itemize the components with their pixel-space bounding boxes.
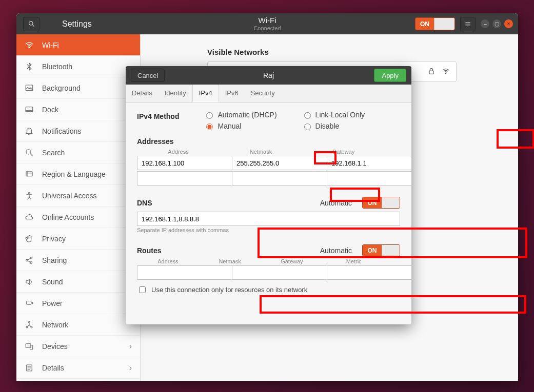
- page-title: Wi-Fi: [259, 16, 276, 25]
- radio-automatic[interactable]: Automatic (DHCP): [204, 111, 276, 119]
- svg-rect-5: [26, 110, 33, 111]
- chevron-right-icon: ›: [129, 342, 132, 351]
- devices-icon: [25, 342, 34, 351]
- sidebar-item-globe[interactable]: Region & Language: [16, 163, 140, 185]
- lock-icon: [427, 67, 436, 77]
- dock-icon: [25, 105, 34, 114]
- sidebar-item-label: Search: [42, 149, 65, 157]
- address-input[interactable]: [137, 171, 232, 185]
- dns-automatic-toggle[interactable]: ON: [362, 197, 400, 209]
- hamburger-icon: [464, 20, 471, 28]
- netmask-input[interactable]: [232, 156, 327, 170]
- address-row: ×: [137, 156, 400, 170]
- radio-linklocal-label: Link-Local Only: [315, 111, 365, 119]
- hamburger-menu-button[interactable]: [460, 17, 476, 31]
- route-netmask-input[interactable]: [232, 265, 327, 280]
- ipv4-method-label: IPv4 Method: [137, 112, 179, 127]
- route-gateway-input[interactable]: [327, 265, 411, 280]
- sidebar-item-devices[interactable]: Devices›: [16, 336, 140, 357]
- dialog-tabs: DetailsIdentityIPv4IPv6Security: [126, 85, 411, 103]
- col-netmask: Netmask: [220, 149, 302, 155]
- titlebar-search-button[interactable]: [23, 17, 39, 31]
- rcol-netmask: Netmask: [199, 258, 261, 264]
- background-icon: [25, 84, 34, 93]
- gateway-input[interactable]: [327, 171, 411, 185]
- svg-point-6: [26, 150, 31, 154]
- tab-ipv4[interactable]: IPv4: [192, 85, 219, 102]
- sidebar-item-share[interactable]: Sharing: [16, 250, 140, 271]
- rcol-gateway: Gateway: [261, 258, 323, 264]
- sidebar-item-access[interactable]: Universal Access: [16, 185, 140, 207]
- connection-editor-dialog: Cancel Raj Apply DetailsIdentityIPv4IPv6…: [126, 66, 411, 324]
- sidebar-item-hand[interactable]: Privacy: [16, 228, 140, 250]
- rcol-metric: Metric: [323, 258, 385, 264]
- network-icon: [25, 320, 34, 329]
- netmask-input[interactable]: [232, 171, 327, 185]
- sidebar-item-label: Universal Access: [42, 192, 97, 200]
- rcol-address: Address: [137, 258, 199, 264]
- sidebar-item-label: Details: [42, 364, 64, 372]
- col-gateway: Gateway: [302, 149, 385, 155]
- addresses-columns: Address Netmask Gateway: [137, 149, 400, 155]
- sidebar-item-label: Notifications: [42, 127, 81, 135]
- dns-servers-input[interactable]: [137, 212, 400, 226]
- sidebar-item-background[interactable]: Background: [16, 77, 140, 99]
- routes-automatic-label: Automatic: [320, 246, 352, 255]
- routes-toggle-label: ON: [363, 245, 382, 256]
- sidebar-item-bell[interactable]: Notifications: [16, 120, 140, 142]
- sidebar-item-dock[interactable]: Dock: [16, 99, 140, 120]
- sidebar-item-label: Wi-Fi: [42, 41, 59, 49]
- dns-automatic-label: Automatic: [320, 199, 352, 207]
- address-input[interactable]: [137, 156, 232, 170]
- gateway-input[interactable]: [327, 156, 411, 170]
- window-close-button[interactable]: ×: [504, 19, 513, 28]
- sidebar-item-bluetooth[interactable]: Bluetooth: [16, 56, 140, 77]
- chevron-right-icon: ›: [129, 363, 132, 373]
- svg-point-2: [29, 47, 30, 48]
- sidebar-item-search[interactable]: Search: [16, 142, 140, 163]
- ipv4-method-col1: Automatic (DHCP) Manual: [204, 111, 276, 130]
- tab-details[interactable]: Details: [126, 85, 159, 102]
- bell-icon: [25, 127, 34, 136]
- tab-ipv6[interactable]: IPv6: [219, 85, 245, 102]
- sidebar-item-network[interactable]: Network: [16, 314, 140, 336]
- routes-only-input[interactable]: [139, 286, 146, 293]
- settings-sidebar: Wi-FiBluetoothBackgroundDockNotification…: [16, 34, 141, 381]
- apply-button[interactable]: Apply: [374, 69, 406, 82]
- access-icon: [25, 191, 34, 200]
- radio-manual[interactable]: Manual: [204, 122, 276, 130]
- search-icon: [25, 148, 34, 157]
- search-icon: [28, 20, 35, 28]
- routes-automatic-toggle[interactable]: ON: [362, 244, 400, 256]
- routes-columns: Address Netmask Gateway Metric: [137, 258, 400, 264]
- sidebar-item-sound[interactable]: Sound: [16, 271, 140, 293]
- wifi-strength-icon: [442, 67, 450, 77]
- tab-security[interactable]: Security: [245, 85, 281, 102]
- tab-identity[interactable]: Identity: [159, 85, 192, 102]
- sidebar-item-label: Dock: [42, 106, 58, 114]
- col-address: Address: [137, 149, 220, 155]
- sidebar-item-wifi[interactable]: Wi-Fi: [16, 34, 140, 56]
- dns-toggle-label: ON: [363, 197, 382, 208]
- cancel-button[interactable]: Cancel: [131, 69, 165, 82]
- svg-point-9: [29, 192, 30, 194]
- sidebar-item-cloud[interactable]: Online Accounts: [16, 207, 140, 228]
- svg-rect-4: [26, 107, 33, 111]
- sidebar-item-label: Background: [42, 84, 81, 92]
- window-minimize-button[interactable]: ‒: [481, 19, 489, 28]
- ipv4-method-col2: Link-Local Only Disable: [302, 111, 365, 130]
- sidebar-item-details[interactable]: Details›: [16, 357, 140, 379]
- sidebar-item-power[interactable]: Power: [16, 293, 140, 314]
- sidebar-item-label: Power: [42, 299, 63, 307]
- routes-toggle-knob: [382, 245, 400, 256]
- window-maximize-button[interactable]: ▢: [492, 19, 501, 28]
- radio-linklocal[interactable]: Link-Local Only: [302, 111, 365, 119]
- route-row: ×: [137, 265, 400, 280]
- address-row: ×: [137, 171, 400, 185]
- route-address-input[interactable]: [137, 265, 232, 280]
- routes-only-checkbox[interactable]: Use this connection only for resources o…: [137, 285, 400, 295]
- cloud-icon: [25, 213, 34, 222]
- wifi-master-toggle[interactable]: ON: [415, 17, 455, 30]
- radio-disable[interactable]: Disable: [302, 122, 365, 130]
- sidebar-item-label: Sharing: [42, 256, 67, 264]
